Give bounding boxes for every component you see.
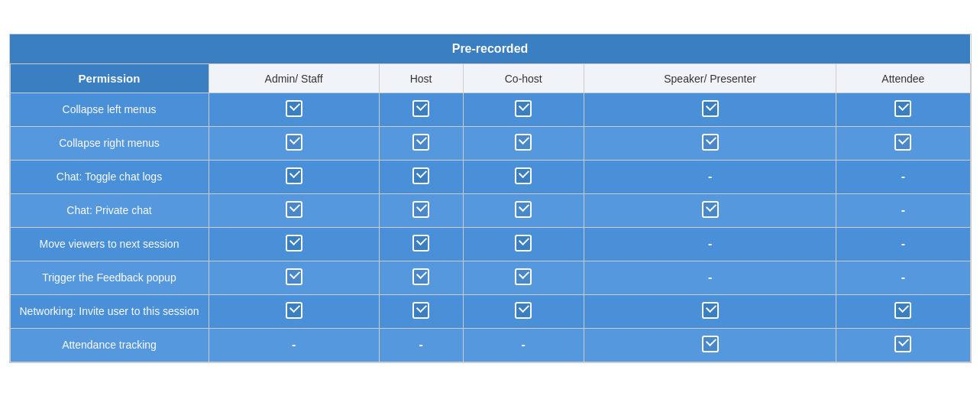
cell-permission: Trigger the Feedback popup — [10, 261, 209, 294]
header-permission: Permission — [10, 63, 209, 93]
check-icon — [515, 235, 532, 252]
check-icon — [412, 134, 429, 151]
cell-cohost-check — [463, 227, 584, 261]
cell-speaker-check — [584, 328, 836, 362]
cell-speaker: - — [584, 227, 836, 261]
dash-icon: - — [901, 170, 905, 183]
header-host: Host — [379, 63, 463, 93]
cell-permission: Collapse left menus — [10, 93, 209, 126]
cell-cohost-check — [463, 193, 584, 227]
cell-speaker-check — [584, 294, 836, 328]
cell-host: - — [379, 328, 463, 362]
header-speaker: Speaker/ Presenter — [584, 63, 836, 93]
cell-permission: Attendance tracking — [10, 328, 209, 362]
table-body: Collapse left menusCollapse right menusC… — [10, 93, 970, 362]
cell-permission: Chat: Private chat — [10, 193, 209, 227]
cell-cohost-check — [463, 126, 584, 160]
cell-permission: Collapse right menus — [10, 126, 209, 160]
cell-attendee: - — [836, 193, 970, 227]
cell-admin-check — [209, 294, 379, 328]
check-icon — [286, 100, 302, 117]
check-icon — [515, 302, 532, 319]
check-icon — [412, 302, 429, 319]
check-icon — [286, 235, 302, 252]
check-icon — [702, 302, 719, 319]
table-row: Move viewers to next session-- — [10, 227, 970, 261]
cell-speaker: - — [584, 160, 836, 193]
check-icon — [412, 100, 429, 117]
check-icon — [515, 134, 532, 151]
cell-attendee: - — [836, 227, 970, 261]
cell-admin-check — [209, 126, 379, 160]
table-row: Chat: Private chat- — [10, 193, 970, 227]
cell-host-check — [379, 294, 463, 328]
table-row: Networking: Invite user to this session — [10, 294, 970, 328]
check-icon — [286, 302, 302, 319]
cell-admin-check — [209, 227, 379, 261]
check-icon — [702, 201, 719, 218]
cell-speaker: - — [584, 261, 836, 294]
header-admin: Admin/ Staff — [209, 63, 379, 93]
table-row: Attendance tracking--- — [10, 328, 970, 362]
table-row: Trigger the Feedback popup-- — [10, 261, 970, 294]
cell-attendee-check — [836, 93, 970, 126]
check-icon — [286, 134, 302, 151]
check-icon — [286, 201, 302, 218]
table-header-row: Permission Admin/ Staff Host Co-host Spe… — [10, 63, 970, 93]
cell-permission: Chat: Toggle chat logs — [10, 160, 209, 193]
table-row: Collapse left menus — [10, 93, 970, 126]
cell-attendee: - — [836, 160, 970, 193]
table-title-row: Pre-recorded — [10, 34, 970, 64]
check-icon — [702, 134, 719, 151]
cell-host-check — [379, 160, 463, 193]
check-icon — [894, 302, 911, 319]
check-icon — [412, 167, 429, 184]
header-attendee: Attendee — [836, 63, 970, 93]
check-icon — [412, 201, 429, 218]
check-icon — [286, 167, 302, 184]
dash-icon: - — [292, 338, 296, 351]
cell-cohost-check — [463, 160, 584, 193]
dash-icon: - — [708, 237, 712, 250]
cell-host-check — [379, 227, 463, 261]
cell-host-check — [379, 193, 463, 227]
cell-admin-check — [209, 93, 379, 126]
check-icon — [286, 268, 302, 285]
cell-attendee-check — [836, 294, 970, 328]
dash-icon: - — [901, 271, 905, 284]
permissions-table: Pre-recorded Permission Admin/ Staff Hos… — [9, 34, 972, 363]
check-icon — [515, 167, 532, 184]
table-row: Collapse right menus — [10, 126, 970, 160]
cell-admin: - — [209, 328, 379, 362]
check-icon — [702, 100, 719, 117]
check-icon — [515, 268, 532, 285]
dash-icon: - — [708, 170, 712, 183]
table-title: Pre-recorded — [10, 34, 970, 64]
cell-permission: Networking: Invite user to this session — [10, 294, 209, 328]
check-icon — [515, 100, 532, 117]
check-icon — [894, 100, 911, 117]
cell-speaker-check — [584, 93, 836, 126]
cell-host-check — [379, 93, 463, 126]
cell-admin-check — [209, 193, 379, 227]
check-icon — [894, 134, 911, 151]
cell-cohost-check — [463, 261, 584, 294]
table-row: Chat: Toggle chat logs-- — [10, 160, 970, 193]
cell-cohost: - — [463, 328, 584, 362]
check-icon — [515, 201, 532, 218]
cell-cohost-check — [463, 93, 584, 126]
cell-attendee-check — [836, 328, 970, 362]
cell-admin-check — [209, 160, 379, 193]
check-icon — [412, 235, 429, 252]
cell-host-check — [379, 126, 463, 160]
cell-permission: Move viewers to next session — [10, 227, 209, 261]
cell-host-check — [379, 261, 463, 294]
check-icon — [894, 336, 911, 352]
cell-speaker-check — [584, 126, 836, 160]
cell-speaker-check — [584, 193, 836, 227]
cell-admin-check — [209, 261, 379, 294]
dash-icon: - — [708, 271, 712, 284]
dash-icon: - — [522, 338, 526, 351]
cell-attendee: - — [836, 261, 970, 294]
dash-icon: - — [901, 237, 905, 250]
